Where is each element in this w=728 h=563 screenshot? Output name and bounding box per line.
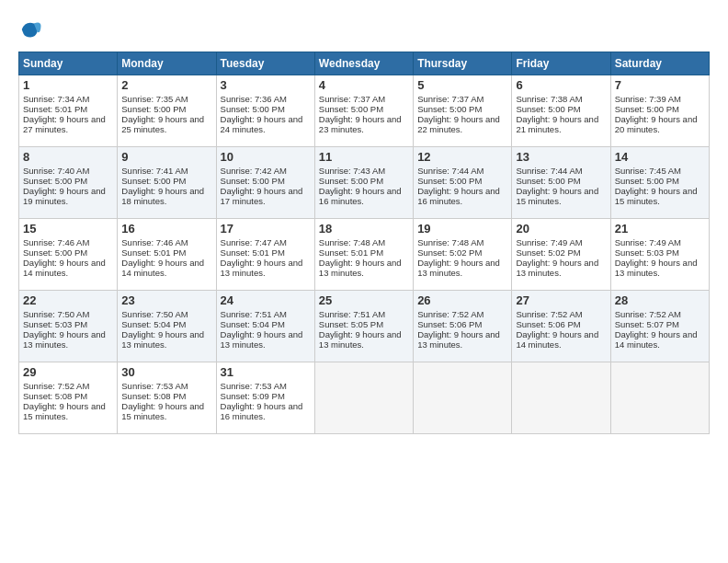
sunrise-label: Sunrise: 7:52 AM (615, 309, 681, 319)
day-number: 18 (319, 222, 409, 236)
sunset-label: Sunset: 5:00 PM (516, 104, 580, 114)
sunrise-label: Sunrise: 7:44 AM (417, 166, 483, 176)
week-row-0: 1 Sunrise: 7:34 AM Sunset: 5:01 PM Dayli… (19, 75, 710, 147)
day-cell: 5 Sunrise: 7:37 AM Sunset: 5:00 PM Dayli… (414, 75, 512, 147)
daylight-label: Daylight: 9 hours and 23 minutes. (319, 114, 402, 134)
day-number: 26 (417, 293, 507, 307)
day-number: 15 (23, 222, 113, 236)
daylight-label: Daylight: 9 hours and 15 minutes. (516, 186, 598, 206)
week-row-1: 8 Sunrise: 7:40 AM Sunset: 5:00 PM Dayli… (19, 147, 710, 219)
daylight-label: Daylight: 9 hours and 20 minutes. (615, 114, 698, 134)
sunrise-label: Sunrise: 7:42 AM (221, 166, 287, 176)
daylight-label: Daylight: 9 hours and 16 minutes. (319, 186, 402, 206)
sunset-label: Sunset: 5:08 PM (121, 391, 186, 401)
day-number: 22 (23, 293, 113, 307)
sunrise-label: Sunrise: 7:40 AM (23, 166, 89, 176)
daylight-label: Daylight: 9 hours and 14 minutes. (516, 329, 598, 350)
sunset-label: Sunset: 5:00 PM (121, 104, 186, 114)
daylight-label: Daylight: 9 hours and 13 minutes. (417, 329, 500, 350)
sunrise-label: Sunrise: 7:52 AM (516, 309, 582, 319)
daylight-label: Daylight: 9 hours and 16 minutes. (417, 186, 500, 206)
daylight-label: Daylight: 9 hours and 25 minutes. (121, 114, 204, 134)
daylight-label: Daylight: 9 hours and 15 minutes. (615, 186, 698, 206)
header-cell-sunday: Sunday (19, 52, 118, 75)
week-row-2: 15 Sunrise: 7:46 AM Sunset: 5:00 PM Dayl… (19, 219, 710, 291)
page: SundayMondayTuesdayWednesdayThursdayFrid… (0, 0, 728, 443)
sunrise-label: Sunrise: 7:52 AM (417, 309, 483, 319)
day-number: 25 (319, 293, 409, 307)
day-cell (512, 362, 610, 434)
sunrise-label: Sunrise: 7:53 AM (121, 381, 188, 391)
sunset-label: Sunset: 5:00 PM (417, 176, 482, 186)
day-number: 24 (221, 293, 311, 307)
sunset-label: Sunset: 5:02 PM (516, 247, 580, 258)
sunset-label: Sunset: 5:07 PM (615, 319, 679, 329)
sunrise-label: Sunrise: 7:37 AM (319, 94, 385, 104)
day-cell: 3 Sunrise: 7:36 AM Sunset: 5:00 PM Dayli… (216, 75, 314, 147)
day-number: 19 (417, 222, 507, 236)
sunset-label: Sunset: 5:00 PM (319, 176, 383, 186)
daylight-label: Daylight: 9 hours and 21 minutes. (516, 114, 598, 134)
day-cell: 25 Sunrise: 7:51 AM Sunset: 5:05 PM Dayl… (314, 291, 413, 362)
sunset-label: Sunset: 5:04 PM (121, 319, 186, 329)
day-cell: 4 Sunrise: 7:37 AM Sunset: 5:00 PM Dayli… (314, 75, 413, 147)
sunset-label: Sunset: 5:04 PM (221, 319, 285, 329)
day-number: 8 (23, 150, 113, 164)
header-cell-wednesday: Wednesday (314, 52, 413, 75)
sunrise-label: Sunrise: 7:46 AM (23, 237, 89, 247)
sunset-label: Sunset: 5:01 PM (319, 247, 383, 258)
daylight-label: Daylight: 9 hours and 16 minutes. (221, 401, 303, 421)
day-number: 29 (23, 365, 113, 379)
sunrise-label: Sunrise: 7:44 AM (516, 166, 582, 176)
sunset-label: Sunset: 5:09 PM (221, 391, 285, 401)
daylight-label: Daylight: 9 hours and 14 minutes. (23, 258, 106, 278)
sunrise-label: Sunrise: 7:41 AM (121, 166, 188, 176)
header-cell-thursday: Thursday (414, 52, 512, 75)
sunset-label: Sunset: 5:06 PM (417, 319, 482, 329)
day-cell: 13 Sunrise: 7:44 AM Sunset: 5:00 PM Dayl… (512, 147, 610, 219)
day-cell: 18 Sunrise: 7:48 AM Sunset: 5:01 PM Dayl… (314, 219, 413, 291)
daylight-label: Daylight: 9 hours and 13 minutes. (121, 329, 204, 350)
daylight-label: Daylight: 9 hours and 22 minutes. (417, 114, 500, 134)
sunrise-label: Sunrise: 7:34 AM (23, 94, 89, 104)
sunrise-label: Sunrise: 7:51 AM (319, 309, 385, 319)
day-cell: 20 Sunrise: 7:49 AM Sunset: 5:02 PM Dayl… (512, 219, 610, 291)
day-number: 16 (121, 222, 211, 236)
sunset-label: Sunset: 5:00 PM (221, 176, 285, 186)
day-cell: 31 Sunrise: 7:53 AM Sunset: 5:09 PM Dayl… (216, 362, 314, 434)
sunrise-label: Sunrise: 7:36 AM (221, 94, 287, 104)
day-cell: 21 Sunrise: 7:49 AM Sunset: 5:03 PM Dayl… (610, 219, 709, 291)
sunset-label: Sunset: 5:03 PM (615, 247, 679, 258)
day-cell: 6 Sunrise: 7:38 AM Sunset: 5:00 PM Dayli… (512, 75, 610, 147)
daylight-label: Daylight: 9 hours and 13 minutes. (417, 258, 500, 278)
day-cell: 29 Sunrise: 7:52 AM Sunset: 5:08 PM Dayl… (19, 362, 118, 434)
day-cell: 9 Sunrise: 7:41 AM Sunset: 5:00 PM Dayli… (118, 147, 216, 219)
sunrise-label: Sunrise: 7:46 AM (121, 237, 188, 247)
header-cell-monday: Monday (118, 52, 216, 75)
sunrise-label: Sunrise: 7:49 AM (615, 237, 681, 247)
logo (18, 17, 48, 42)
calendar-table: SundayMondayTuesdayWednesdayThursdayFrid… (18, 52, 710, 434)
day-number: 7 (615, 78, 705, 92)
sunrise-label: Sunrise: 7:50 AM (23, 309, 89, 319)
logo-icon (18, 17, 44, 42)
day-cell: 10 Sunrise: 7:42 AM Sunset: 5:00 PM Dayl… (216, 147, 314, 219)
sunrise-label: Sunrise: 7:51 AM (221, 309, 287, 319)
daylight-label: Daylight: 9 hours and 15 minutes. (121, 401, 204, 421)
daylight-label: Daylight: 9 hours and 13 minutes. (221, 258, 303, 278)
day-number: 5 (417, 78, 507, 92)
sunrise-label: Sunrise: 7:53 AM (221, 381, 287, 391)
daylight-label: Daylight: 9 hours and 13 minutes. (319, 329, 402, 350)
sunset-label: Sunset: 5:00 PM (23, 247, 87, 258)
daylight-label: Daylight: 9 hours and 15 minutes. (23, 401, 106, 421)
sunrise-label: Sunrise: 7:45 AM (615, 166, 681, 176)
daylight-label: Daylight: 9 hours and 27 minutes. (23, 114, 106, 134)
day-cell: 30 Sunrise: 7:53 AM Sunset: 5:08 PM Dayl… (118, 362, 216, 434)
sunrise-label: Sunrise: 7:49 AM (516, 237, 582, 247)
sunrise-label: Sunrise: 7:39 AM (615, 94, 681, 104)
day-number: 12 (417, 150, 507, 164)
day-cell: 15 Sunrise: 7:46 AM Sunset: 5:00 PM Dayl… (19, 219, 118, 291)
sunset-label: Sunset: 5:00 PM (615, 104, 679, 114)
daylight-label: Daylight: 9 hours and 19 minutes. (23, 186, 106, 206)
day-cell (314, 362, 413, 434)
